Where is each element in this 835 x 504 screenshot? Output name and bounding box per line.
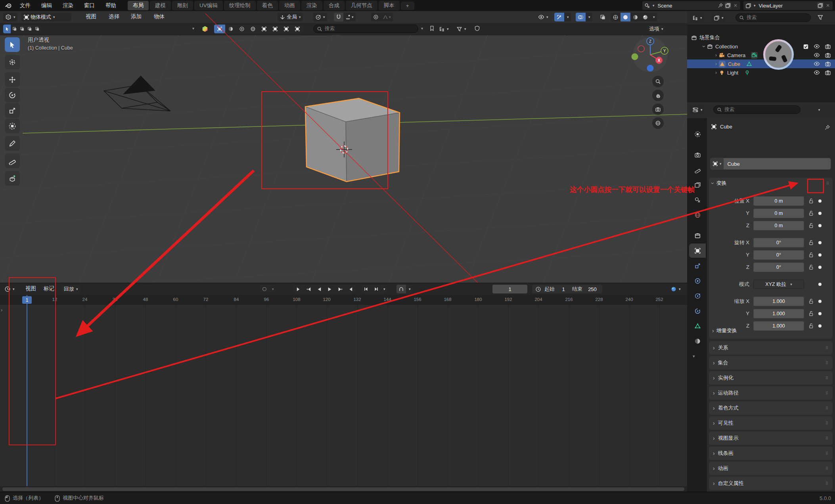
workspace-tab-2[interactable]: 雕刻 bbox=[172, 1, 193, 10]
play-reverse-button[interactable] bbox=[314, 285, 324, 293]
viewport-menu-2[interactable]: 添加 bbox=[131, 13, 142, 20]
topbar-menu-1[interactable]: 编辑 bbox=[36, 1, 57, 10]
camera-icon[interactable] bbox=[825, 69, 831, 76]
workspace-tab-1[interactable]: 建模 bbox=[150, 1, 171, 10]
outliner-item-label[interactable]: Camera bbox=[727, 52, 745, 58]
select-mode-2[interactable] bbox=[18, 25, 26, 33]
properties-editor-type[interactable]: ▾ bbox=[690, 105, 705, 114]
select-invert[interactable] bbox=[247, 25, 259, 33]
keying-settings2[interactable]: ▾ bbox=[406, 285, 413, 293]
transform-value-field[interactable]: 0° bbox=[753, 238, 804, 247]
select-filter[interactable] bbox=[292, 25, 303, 33]
section-2[interactable]: ›实例化⠿ bbox=[709, 371, 833, 385]
section-0[interactable]: ›关系⠿ bbox=[709, 341, 833, 355]
outliner-filter-button[interactable] bbox=[817, 14, 824, 21]
properties-tab-tool[interactable] bbox=[689, 127, 706, 141]
frame-back-button[interactable] bbox=[362, 285, 371, 293]
properties-tab-collection[interactable] bbox=[689, 228, 706, 243]
shading-rendered[interactable] bbox=[640, 13, 650, 21]
expand-icon[interactable]: › bbox=[713, 70, 719, 75]
properties-editor[interactable]: ▾搜索▾ ▾ Cube▾Cube›变换⠿位置 X0 mY0 mZ0 m旋转 X0… bbox=[687, 102, 835, 492]
topbar-menu-2[interactable]: 渲染 bbox=[57, 1, 79, 10]
select-anchor[interactable] bbox=[281, 25, 292, 33]
keyframe-dot[interactable] bbox=[818, 212, 822, 215]
gizmo-settings[interactable]: ▾ bbox=[564, 13, 571, 21]
outliner-row-[interactable]: 场景集合 bbox=[687, 33, 835, 42]
keyframe-dot[interactable] bbox=[818, 283, 822, 286]
proportional-toggle[interactable] bbox=[371, 13, 381, 21]
frame-forward-button[interactable] bbox=[371, 285, 381, 293]
keyframe-dot[interactable] bbox=[818, 224, 822, 227]
properties-tab-constraints[interactable] bbox=[689, 304, 706, 318]
properties-search[interactable]: 搜索 bbox=[713, 105, 801, 114]
bookmark-icon[interactable] bbox=[429, 25, 435, 31]
panel-grip-icon[interactable]: ⠿ bbox=[825, 406, 829, 410]
keyframe-dot[interactable] bbox=[818, 312, 822, 315]
outliner-row-light[interactable]: ›Light bbox=[687, 68, 835, 77]
panel-grip-icon[interactable]: ⠿ bbox=[825, 466, 829, 471]
lock-icon[interactable] bbox=[808, 310, 814, 316]
transform-value-field[interactable]: 1.000 bbox=[753, 309, 804, 318]
rotation-mode-select[interactable]: XYZ 欧拉▾ bbox=[753, 280, 804, 289]
properties-tab-physics[interactable] bbox=[689, 289, 706, 303]
panel-grip-icon[interactable]: ⠿ bbox=[825, 376, 829, 380]
topbar-menu-4[interactable]: 帮助 bbox=[100, 1, 121, 10]
overlays-toggle[interactable] bbox=[576, 13, 586, 21]
properties-tab-view-layer[interactable] bbox=[689, 178, 706, 192]
panel-grip-icon[interactable]: ⠿ bbox=[825, 451, 829, 456]
lock-icon[interactable] bbox=[808, 298, 814, 304]
clock-icon[interactable] bbox=[535, 286, 541, 292]
snap-settings[interactable]: ▾ bbox=[343, 13, 356, 21]
mode-selector[interactable]: 物体模式▾ bbox=[21, 13, 71, 21]
properties-tab-world[interactable] bbox=[689, 208, 706, 222]
auto-keying-toggle[interactable] bbox=[260, 285, 269, 293]
transform-value-field[interactable]: 0 m bbox=[753, 196, 804, 206]
outliner-row-camera[interactable]: ›Camera bbox=[687, 51, 835, 59]
keyframe-dot[interactable] bbox=[818, 300, 822, 303]
object-name-field[interactable]: ▾Cube bbox=[710, 158, 831, 170]
transform-value-field[interactable]: 0° bbox=[753, 250, 804, 260]
scene-selector[interactable]: ▾Scene✕ bbox=[642, 1, 740, 10]
playhead[interactable] bbox=[27, 295, 27, 486]
section-4[interactable]: ›着色方式⠿ bbox=[709, 401, 833, 415]
viewport-menu-0[interactable]: 视图 bbox=[86, 13, 96, 20]
shield-icon[interactable] bbox=[474, 25, 480, 31]
viewport-3d[interactable]: ▾物体模式▾视图选择添加物体全局▾▾▾▾▾▾▾▾ ▾搜索▾▾▾选项▾ 用户透视 … bbox=[0, 11, 688, 283]
proportional-falloff[interactable]: ▾ bbox=[381, 13, 393, 21]
outliner-search[interactable]: 搜索 bbox=[735, 13, 811, 22]
pin-icon[interactable] bbox=[718, 3, 723, 8]
properties-tab-modifiers[interactable] bbox=[689, 259, 706, 273]
shading-settings[interactable]: ▾ bbox=[650, 13, 657, 21]
timeline-menu-0[interactable]: 视图 bbox=[25, 285, 36, 292]
navigation-gizmo[interactable]: ZYX bbox=[624, 33, 678, 79]
tool-cursor[interactable] bbox=[5, 55, 20, 69]
outliner-item-label[interactable]: Light bbox=[727, 70, 738, 76]
unlink-scene-button[interactable]: ✕ bbox=[733, 3, 738, 8]
image-stack-icon[interactable] bbox=[818, 3, 823, 8]
panel-grip-icon[interactable]: ⠿ bbox=[825, 346, 829, 350]
workspace-tab-8[interactable]: 合成 bbox=[324, 1, 345, 10]
outliner-item-label[interactable]: Collection bbox=[715, 44, 738, 50]
section-6[interactable]: ›视图显示⠿ bbox=[709, 431, 833, 445]
filter-dropdown[interactable]: ▾ bbox=[454, 25, 468, 33]
expand-icon[interactable]: › bbox=[701, 44, 707, 49]
transform-value-field[interactable]: 0 m bbox=[753, 221, 804, 230]
blender-logo-icon[interactable] bbox=[5, 2, 12, 9]
snap-toggle[interactable] bbox=[334, 13, 343, 21]
current-frame-field[interactable]: 1 bbox=[492, 285, 527, 293]
keying-settings[interactable]: ▾ bbox=[269, 285, 276, 293]
tool-add-cube[interactable] bbox=[5, 171, 20, 186]
select-world[interactable] bbox=[270, 25, 281, 33]
outliner-item-label[interactable]: Cube bbox=[728, 61, 740, 67]
remove-viewlayer-button[interactable]: ✕ bbox=[825, 3, 831, 8]
properties-tabs-more[interactable]: ▾ bbox=[693, 354, 695, 359]
options-dropdown[interactable]: 选项▾ bbox=[647, 25, 665, 33]
keyframe-dot[interactable] bbox=[818, 241, 822, 244]
outliner-filter-mode[interactable]: ▾ bbox=[712, 13, 726, 22]
properties-tab-particles[interactable] bbox=[689, 274, 706, 288]
overlays-settings[interactable]: ▾ bbox=[586, 13, 592, 21]
visibility-dropdown[interactable]: ▾ bbox=[536, 13, 550, 21]
shading-solid[interactable] bbox=[621, 13, 630, 21]
select-subtract[interactable] bbox=[236, 25, 247, 33]
play-button[interactable] bbox=[324, 285, 335, 293]
